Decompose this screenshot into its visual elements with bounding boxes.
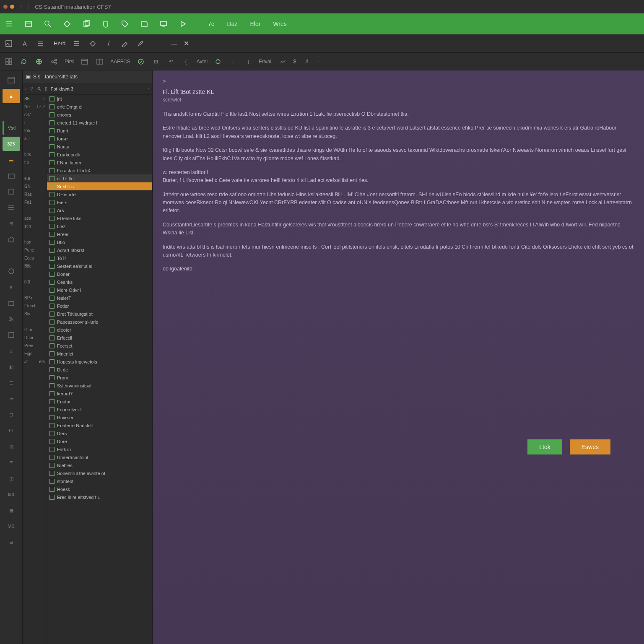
rail-item-22[interactable]: EI [3, 423, 20, 438]
lines-icon[interactable] [36, 39, 45, 48]
rail-item-folder[interactable]: ▬ [3, 153, 20, 167]
tab-7e[interactable]: 7e [205, 19, 217, 29]
tree-item[interactable]: stonteot [47, 477, 152, 485]
new-tab-icon[interactable]: + [19, 3, 23, 10]
tab-elor[interactable]: Elor [247, 19, 263, 29]
btn-affcs[interactable]: AAFFCS [110, 59, 130, 65]
play-icon[interactable] [178, 19, 188, 29]
tree-item[interactable]: kerord7 [47, 390, 152, 397]
rail-item-15[interactable]: 3k [3, 312, 20, 326]
tree-item[interactable]: enonrs [47, 111, 152, 119]
tree-item[interactable]: Niebles [47, 461, 152, 469]
tree-item[interactable]: Dt de [47, 366, 152, 374]
copy-icon[interactable] [81, 19, 91, 29]
tree-item[interactable]: ToTr [47, 254, 152, 262]
check-icon[interactable] [136, 57, 145, 66]
image-icon[interactable] [4, 39, 13, 48]
rail-item-8[interactable] [3, 200, 20, 215]
rail-item-10[interactable] [3, 232, 20, 247]
btn-avtel[interactable]: Avtel [197, 59, 208, 65]
tree-item[interactable]: Ars [47, 206, 152, 214]
back-icon[interactable]: ↶ [166, 57, 176, 66]
tree-item[interactable]: Fiers [47, 198, 152, 206]
dots-icon[interactable]: ·. [229, 57, 238, 66]
rail-item-14[interactable] [3, 296, 20, 310]
search-icon[interactable] [43, 19, 53, 29]
rail-item-21[interactable]: ⊡ [3, 408, 20, 422]
tree-item[interactable]: Runrt [47, 127, 152, 135]
rail-item-13[interactable]: ≡ [3, 280, 20, 294]
tree-item[interactable]: Erec llrlre eltstved f L [47, 493, 152, 501]
tree-item[interactable]: Prorn [47, 374, 152, 382]
brush-icon[interactable] [136, 39, 145, 48]
rail-item-23[interactable]: ▤ [3, 439, 20, 454]
filter-icon[interactable]: ⚲ [30, 86, 34, 91]
chevron-left-icon[interactable]: ‹ [25, 86, 27, 91]
tree-item[interactable]: Fotler [47, 302, 152, 310]
tree-item[interactable]: Acrart nlbsrst [47, 246, 152, 254]
tree-item[interactable]: FUelne luks [47, 214, 152, 222]
loop-icon[interactable] [213, 57, 223, 66]
search-tree-icon[interactable]: 🔍︎ [37, 86, 42, 91]
rail-item-27[interactable]: ▦ [3, 503, 20, 517]
rail-item-9[interactable]: ⊞ [3, 216, 20, 231]
tree-item[interactable]: Fatk in [47, 445, 152, 453]
rail-item-29[interactable]: ⊞ [3, 535, 20, 549]
rail-item-25[interactable]: ◫ [3, 471, 20, 486]
tree-item[interactable]: Furastarr l ltrdi.4 [47, 166, 152, 174]
tree-item[interactable]: Fonerelver l [47, 405, 152, 413]
link-icon[interactable] [278, 57, 288, 66]
window-icon[interactable] [80, 57, 89, 66]
tree-item[interactable]: Dret Tdtieurgst ot [47, 310, 152, 318]
rail-badge2[interactable]: 325 [3, 137, 20, 151]
rail-item-17[interactable]: ⌂ [3, 344, 20, 358]
rail-item-28[interactable]: MS [3, 519, 20, 533]
tree-item[interactable]: n. TrLlto [47, 174, 152, 182]
diamond-icon[interactable] [62, 19, 72, 29]
refresh-icon[interactable] [19, 57, 29, 66]
tree-item[interactable]: Hoesk [47, 485, 152, 493]
heading-label[interactable]: Herd [54, 40, 65, 47]
tree-tab-label[interactable]: Fot kbwrt 3 [51, 86, 73, 91]
tree-item[interactable]: Sonentirul frie awinte ot [47, 469, 152, 477]
tag-icon[interactable] [120, 19, 130, 29]
rail-item-20[interactable]: ▭ [3, 392, 20, 406]
tree-item[interactable]: Liez [47, 222, 152, 230]
rail-item-7[interactable] [3, 184, 20, 199]
tree-item[interactable]: enetud 11 ywdrtac l [47, 119, 152, 127]
list-icon[interactable] [72, 39, 81, 48]
rail-item-19[interactable]: ☰ [3, 376, 20, 390]
bracket-icon[interactable]: ) [244, 57, 253, 66]
tree-item[interactable]: Doner [47, 270, 152, 278]
tree-item[interactable]: dleoter [47, 326, 152, 334]
tree-item[interactable]: Nonta [47, 143, 152, 151]
tree-item[interactable]: Hoxe-er [47, 413, 152, 421]
tree-item[interactable]: fesierT [47, 294, 152, 302]
tree-item[interactable]: Enaterre Narlstell [47, 421, 152, 429]
rail-item-16[interactable] [3, 328, 20, 342]
align-icon[interactable]: ⊟ [151, 57, 161, 66]
menu-icon[interactable] [4, 19, 14, 29]
tree-item[interactable]: Btlo [47, 238, 152, 246]
ok-button[interactable]: Ltok [527, 439, 562, 454]
tree-item[interactable]: erfe Drngt el [47, 103, 152, 111]
tree-item[interactable]: Ceanks [47, 278, 152, 286]
tree-item[interactable]: Hreer [47, 230, 152, 238]
tree-item[interactable]: Sr sl lr s [47, 182, 152, 190]
tree-item[interactable]: jrlt [47, 95, 152, 103]
tree-tab-close-icon[interactable]: › [148, 86, 150, 91]
rail-badge[interactable]: Vstl [3, 121, 20, 135]
rail-item-6[interactable] [3, 169, 20, 183]
cup-icon[interactable] [101, 19, 111, 29]
rail-item-18[interactable]: ◧ [3, 360, 20, 374]
panel-icon[interactable] [23, 19, 34, 29]
pen-icon[interactable] [120, 39, 129, 48]
close-window-icon[interactable] [3, 5, 8, 9]
tree-item[interactable]: Dore [47, 437, 152, 445]
globe-icon[interactable] [34, 57, 44, 66]
rail-item-active[interactable]: ▲ [3, 89, 20, 103]
tab-daz[interactable]: Daz [225, 19, 240, 29]
tree-item[interactable]: Papessseovr sHurle [47, 318, 152, 326]
btn-frtvall[interactable]: Frtvall [259, 59, 273, 65]
rail-item-1[interactable] [3, 73, 20, 87]
